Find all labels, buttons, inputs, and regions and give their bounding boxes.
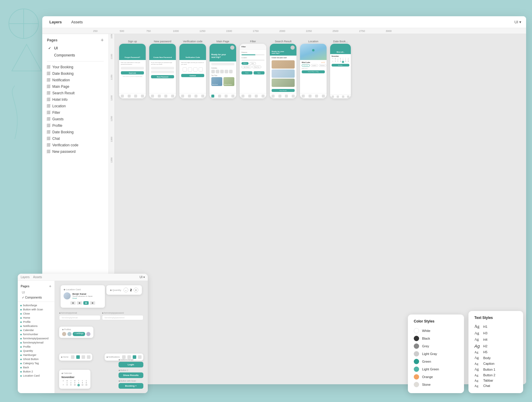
tab-assets[interactable]: Assets xyxy=(69,19,85,25)
text-label-button2: Button 2 xyxy=(483,373,495,377)
comp-layer-hamburger[interactable]: ◆ Hamburger xyxy=(18,353,54,357)
layer-item-search-result[interactable]: Search Result xyxy=(42,90,108,96)
main-avatar xyxy=(230,46,234,50)
comp-page-components[interactable]: ✓ Components xyxy=(18,295,54,300)
layer-item-location[interactable]: Location xyxy=(42,103,108,109)
comp-booking-btn[interactable]: Booking + xyxy=(119,383,143,389)
cal-d: 1 xyxy=(65,382,69,384)
tab-icon xyxy=(225,95,228,98)
add-page-button[interactable]: + xyxy=(100,38,104,43)
color-row-stone: Stone xyxy=(414,381,458,388)
calendar-component: ◆ Calendar November S M T W T F S 1 2 3 xyxy=(59,370,90,389)
comp-layer-category-tag[interactable]: ◆ Category Tag xyxy=(18,361,54,365)
form-email-input[interactable]: form/empty/email xyxy=(59,315,100,320)
layer-item-verification[interactable]: Verification code xyxy=(42,142,108,148)
layer-item-main-page[interactable]: Main Page xyxy=(42,83,108,90)
comp-layer-button2[interactable]: ◆ Button 2 xyxy=(18,369,54,374)
phone-search-wrapper: Search Result Ready for yournext trip? C… xyxy=(270,40,296,98)
comp-show-results-btn[interactable]: Show Results xyxy=(119,372,143,378)
comp-layer-close[interactable]: ◆ Close xyxy=(18,312,54,316)
tab-icon xyxy=(181,95,184,98)
layer-item-guests[interactable]: Guests xyxy=(42,116,108,122)
comp-add-page[interactable]: + xyxy=(49,284,51,288)
comp-layer-quantity[interactable]: ◆ Quantity xyxy=(18,349,54,353)
comp-tab-ui[interactable]: UI ▾ xyxy=(140,275,145,279)
quantity-minus[interactable]: - xyxy=(124,288,128,292)
layer-item-chat[interactable]: Chat xyxy=(42,135,108,142)
tab-icon xyxy=(292,95,295,98)
location-card-component: ◆ Location Card Benjir Kanal Tourist att… xyxy=(61,285,105,308)
page-item-ui[interactable]: ✓ UI xyxy=(42,45,108,52)
page-item-components[interactable]: Components xyxy=(42,52,108,59)
phone-date-frame: When will... November S M T W T xyxy=(330,44,351,98)
tab-layers[interactable]: Layers xyxy=(47,19,64,25)
comp-layer-ghost[interactable]: ◆ Ghost Button xyxy=(18,357,54,361)
home-tab-icon-2 xyxy=(76,355,80,359)
text-ag-body: Ag xyxy=(474,356,481,360)
comp-layer-button-scan[interactable]: ◆ Button with Scan xyxy=(18,307,54,312)
tab-icon xyxy=(347,95,349,98)
comp-login-btn[interactable]: Login xyxy=(119,362,143,367)
layer-item-profile[interactable]: Profile xyxy=(42,122,108,129)
search-img-1 xyxy=(272,60,295,69)
tab-ui[interactable]: UI ▾ xyxy=(514,20,521,24)
layer-item-hotel-info[interactable]: Hotel Info xyxy=(42,96,108,103)
layer-item-date-booking-1[interactable]: Date Booking xyxy=(42,70,108,77)
comp-layer-notifications[interactable]: ◆ Notifications xyxy=(18,324,54,328)
comp-label-quantity: ◆ Quantity xyxy=(110,289,121,291)
phone-main-frame: Ready for yournext trip? Activities xyxy=(210,44,236,98)
tab-icon xyxy=(188,95,191,98)
comp-page-ui[interactable]: UI xyxy=(18,290,54,295)
comp-tab-assets[interactable]: Assets xyxy=(33,275,42,279)
newpw-input1 xyxy=(151,67,174,69)
profile-settings: + settings xyxy=(73,332,85,336)
text-style-row-button1: Ag Button 1 xyxy=(474,366,517,372)
phone-location-wrapper: Location Bled Lake ★ 4.6 xyxy=(300,40,327,98)
location-plan-text: Find a Place to Stay xyxy=(308,71,319,72)
filter-tag-3: Top Tunnel xyxy=(241,66,252,68)
form-password-input[interactable]: form/empty/password xyxy=(102,315,143,320)
grid-icon xyxy=(47,65,51,69)
comp-card-tag-2: ◉ xyxy=(77,301,82,305)
comp-tab-layers[interactable]: Layers xyxy=(21,275,30,279)
phone-filter-label: Filter xyxy=(250,40,256,43)
cal-d-selected: 11 xyxy=(77,384,80,386)
text-ag-button2: Ag xyxy=(474,373,481,377)
loc-tab-reviews: Reviews xyxy=(319,64,326,67)
form-email-component: ◆ form/empty/email form/empty/email xyxy=(59,312,100,320)
layer-item-notification[interactable]: Notification xyxy=(42,77,108,83)
activity-icon-1 xyxy=(211,70,215,73)
grid-icon xyxy=(47,130,51,134)
comp-layer-profile2[interactable]: ◆ Profile xyxy=(18,345,54,349)
comp-layer-calendar[interactable]: ◆ Calendar xyxy=(18,328,54,332)
layer-item-your-booking[interactable]: Your Booking xyxy=(42,64,108,70)
comp-layer-profile[interactable]: ◆ Profile xyxy=(18,320,54,324)
layer-item-new-password[interactable]: New password xyxy=(42,148,108,155)
profile-avatar-2 xyxy=(67,332,72,336)
layer-item-date-booking-2[interactable]: Date Booking xyxy=(42,129,108,135)
text-ag-h1: Ag xyxy=(474,324,481,329)
layer-item-filter[interactable]: Filter xyxy=(42,109,108,116)
tab-icon-profile xyxy=(141,95,144,98)
cal-day: 6 xyxy=(347,59,349,61)
comp-layer-form-password[interactable]: ◆ form/empty/password xyxy=(18,336,54,341)
quantity-plus[interactable]: + xyxy=(134,288,138,292)
tab-icon xyxy=(218,95,221,98)
sidebar-divider xyxy=(47,61,104,61)
phone-signup-frame: Forgot Password? Enter your email adress… xyxy=(119,44,146,98)
layer-label: Date Booking xyxy=(52,72,74,76)
color-row-white: White xyxy=(414,327,458,335)
comp-layer-form-email[interactable]: ◆ form/empty/email xyxy=(18,341,54,345)
cal-day: 8 xyxy=(334,61,337,63)
layer-label: Verification code xyxy=(52,143,78,147)
ruler-mark: 250 xyxy=(93,30,119,33)
ruler-mark: 750 xyxy=(146,30,172,33)
comp-layer-button-large[interactable]: ◆ button/large xyxy=(18,303,54,307)
search-img-3 xyxy=(272,79,295,87)
comp-layer-form-number[interactable]: ◆ form/number xyxy=(18,332,54,336)
comp-layer-home[interactable]: ◆ Home xyxy=(18,316,54,320)
comp-layer-location-card[interactable]: ◆ Location Card xyxy=(18,374,54,378)
grid-icon xyxy=(47,98,51,101)
comp-layer-back[interactable]: ◆ Back xyxy=(18,365,54,369)
cal-header-sat: S xyxy=(347,58,349,59)
